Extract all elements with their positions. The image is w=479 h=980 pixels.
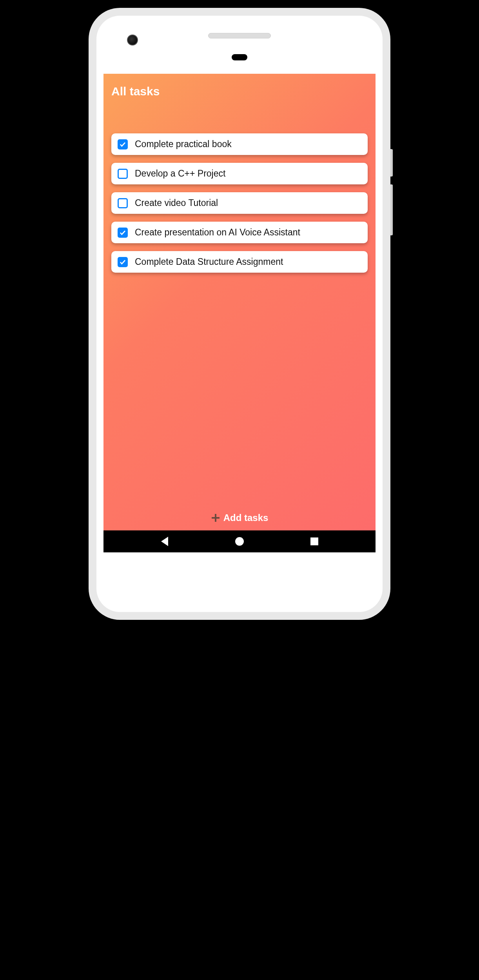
task-checkbox[interactable] [118, 198, 128, 208]
task-label: Complete Data Structure Assignment [135, 257, 283, 267]
task-item[interactable]: Develop a C++ Project [111, 163, 368, 184]
task-item[interactable]: Complete practical book [111, 133, 368, 155]
plus-icon [211, 513, 220, 523]
phone-speaker [208, 33, 271, 38]
phone-side-button [390, 149, 393, 177]
add-tasks-label: Add tasks [223, 512, 269, 523]
app-screen: All tasks Complete practical book Develo… [103, 74, 376, 552]
home-icon [235, 537, 244, 546]
phone-camera [127, 35, 138, 46]
check-icon [119, 229, 126, 236]
nav-back-button[interactable] [160, 537, 169, 546]
check-icon [119, 259, 126, 266]
task-checkbox[interactable] [118, 139, 128, 149]
phone-inner: All tasks Complete practical book Develo… [96, 16, 383, 612]
page-title: All tasks [111, 85, 368, 98]
check-icon [119, 141, 126, 148]
phone-side-button [390, 184, 393, 235]
task-item[interactable]: Create video Tutorial [111, 192, 368, 214]
task-item[interactable]: Create presentation on AI Voice Assistan… [111, 222, 368, 243]
phone-sensor [232, 54, 247, 60]
phone-frame: All tasks Complete practical book Develo… [89, 8, 390, 620]
nav-recent-button[interactable] [310, 537, 319, 546]
phone-top-hardware [103, 23, 376, 74]
add-tasks-button[interactable]: Add tasks [103, 506, 376, 530]
task-label: Develop a C++ Project [135, 168, 225, 179]
task-checkbox[interactable] [118, 257, 128, 267]
android-navbar [103, 530, 376, 552]
app-header: All tasks [103, 74, 376, 102]
nav-home-button[interactable] [235, 537, 244, 546]
task-item[interactable]: Complete Data Structure Assignment [111, 251, 368, 273]
task-label: Complete practical book [135, 139, 232, 149]
task-label: Create presentation on AI Voice Assistan… [135, 227, 300, 238]
task-checkbox[interactable] [118, 228, 128, 238]
task-label: Create video Tutorial [135, 198, 218, 208]
back-icon [161, 537, 168, 546]
recent-icon [310, 537, 318, 545]
task-list: Complete practical book Develop a C++ Pr… [103, 102, 376, 506]
task-checkbox[interactable] [118, 169, 128, 179]
